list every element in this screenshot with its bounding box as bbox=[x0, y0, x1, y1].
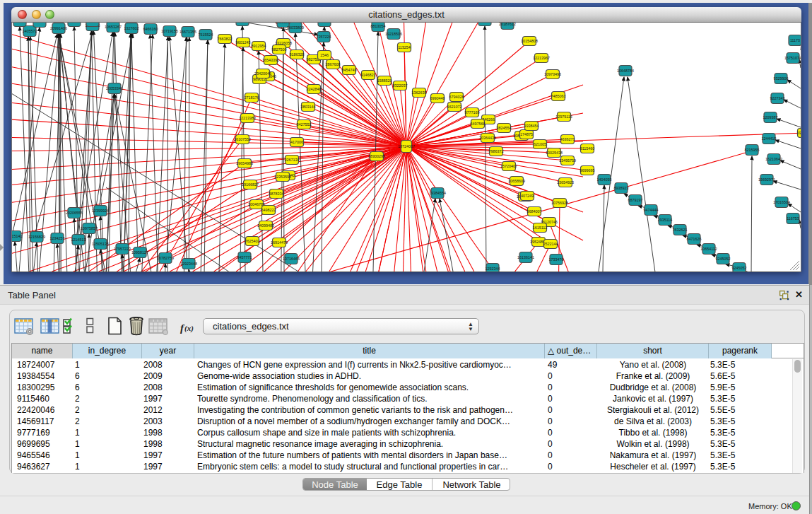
svg-text:5498222: 5498222 bbox=[261, 208, 276, 212]
svg-text:9329906: 9329906 bbox=[774, 76, 789, 81]
svg-text:14099489: 14099489 bbox=[257, 223, 274, 228]
svg-text:10973493: 10973493 bbox=[544, 72, 561, 76]
svg-text:18300295: 18300295 bbox=[368, 154, 385, 158]
svg-text:116753: 116753 bbox=[787, 216, 799, 221]
svg-text:1362635: 1362635 bbox=[412, 90, 427, 95]
svg-text:12975115: 12975115 bbox=[555, 115, 572, 119]
svg-text:8813054: 8813054 bbox=[371, 24, 386, 28]
svg-text:8427552: 8427552 bbox=[297, 122, 312, 127]
svg-text:2718176: 2718176 bbox=[245, 95, 259, 100]
svg-text:1615112: 1615112 bbox=[533, 226, 548, 230]
svg-text:10756928: 10756928 bbox=[551, 201, 568, 205]
svg-text:(x): (x) bbox=[184, 324, 194, 333]
svg-text:7515524: 7515524 bbox=[199, 33, 213, 37]
svg-text:19218506: 19218506 bbox=[385, 32, 402, 36]
svg-text:20364436: 20364436 bbox=[479, 136, 496, 140]
svg-text:7625402: 7625402 bbox=[245, 239, 260, 243]
svg-text:10975857: 10975857 bbox=[81, 226, 98, 230]
svg-text:7986372: 7986372 bbox=[489, 149, 504, 153]
svg-text:2803144: 2803144 bbox=[301, 105, 316, 109]
svg-text:1938454: 1938454 bbox=[524, 124, 539, 128]
svg-text:7632621: 7632621 bbox=[673, 228, 688, 232]
svg-text:9827500: 9827500 bbox=[272, 47, 287, 52]
svg-text:23420046: 23420046 bbox=[254, 71, 271, 76]
svg-text:1327602: 1327602 bbox=[124, 26, 139, 30]
svg-text:1621072: 1621072 bbox=[447, 105, 462, 109]
svg-text:8454749: 8454749 bbox=[342, 68, 357, 72]
svg-text:20991406: 20991406 bbox=[50, 26, 67, 30]
svg-text:13495759: 13495759 bbox=[559, 158, 576, 163]
svg-text:1546: 1546 bbox=[320, 53, 329, 57]
svg-text:9684007: 9684007 bbox=[527, 209, 542, 214]
svg-text:17957223: 17957223 bbox=[114, 247, 131, 251]
svg-text:8938923: 8938923 bbox=[614, 186, 629, 190]
svg-text:7357224: 7357224 bbox=[317, 35, 331, 39]
svg-text:16033809: 16033809 bbox=[287, 25, 304, 30]
svg-text:6990448: 6990448 bbox=[430, 96, 445, 100]
svg-text:2867608: 2867608 bbox=[326, 62, 341, 66]
svg-text:10658609: 10658609 bbox=[508, 179, 525, 183]
svg-text:20053341: 20053341 bbox=[106, 86, 123, 90]
svg-text:16210643: 16210643 bbox=[765, 157, 782, 161]
svg-text:407249: 407249 bbox=[521, 194, 534, 198]
svg-text:3267130: 3267130 bbox=[285, 158, 300, 162]
svg-text:9777169: 9777169 bbox=[465, 110, 480, 115]
svg-text:2935114: 2935114 bbox=[658, 218, 673, 222]
svg-text:417006: 417006 bbox=[290, 140, 303, 144]
svg-text:8215955: 8215955 bbox=[745, 148, 760, 152]
svg-text:16914479: 16914479 bbox=[271, 240, 288, 245]
svg-text:20206555: 20206555 bbox=[66, 211, 83, 215]
svg-text:13654923: 13654923 bbox=[557, 180, 574, 185]
svg-text:15692971: 15692971 bbox=[758, 177, 775, 182]
svg-text:1209387: 1209387 bbox=[763, 115, 778, 119]
svg-text:9474444: 9474444 bbox=[644, 208, 659, 212]
svg-text:12213383: 12213383 bbox=[239, 116, 256, 120]
svg-text:15751074: 15751074 bbox=[784, 56, 801, 60]
svg-text:8322037: 8322037 bbox=[393, 83, 408, 88]
svg-text:9457771: 9457771 bbox=[237, 255, 252, 259]
svg-text:18724007: 18724007 bbox=[398, 144, 415, 148]
svg-text:1588520: 1588520 bbox=[377, 78, 392, 83]
svg-text:10154808: 10154808 bbox=[521, 39, 538, 43]
svg-text:9227343: 9227343 bbox=[770, 96, 785, 100]
svg-text:10654112: 10654112 bbox=[700, 247, 717, 251]
svg-text:1405572: 1405572 bbox=[23, 29, 37, 33]
svg-text:3242848: 3242848 bbox=[307, 87, 322, 91]
svg-text:9699695: 9699695 bbox=[580, 168, 595, 173]
svg-text:8186328: 8186328 bbox=[290, 52, 305, 57]
svg-text:9245052: 9245052 bbox=[716, 257, 731, 261]
svg-text:9601245: 9601245 bbox=[236, 40, 251, 45]
svg-text:1404095: 1404095 bbox=[597, 177, 612, 182]
svg-text:16543392: 16543392 bbox=[262, 58, 279, 62]
svg-text:6466160: 6466160 bbox=[143, 27, 158, 31]
svg-text:20187612: 20187612 bbox=[499, 23, 516, 26]
svg-text:7485063: 7485063 bbox=[551, 94, 566, 98]
svg-text:13716465: 13716465 bbox=[283, 257, 300, 261]
svg-text:621005: 621005 bbox=[534, 142, 546, 146]
svg-text:3824554: 3824554 bbox=[497, 126, 512, 130]
svg-text:3915141: 3915141 bbox=[12, 234, 23, 238]
svg-text:16671355: 16671355 bbox=[180, 30, 196, 34]
svg-text:6879197: 6879197 bbox=[628, 198, 643, 202]
svg-text:12923448: 12923448 bbox=[180, 262, 197, 266]
svg-text:12213967: 12213967 bbox=[533, 56, 550, 60]
svg-text:19166827: 19166827 bbox=[242, 182, 259, 187]
svg-text:10958127: 10958127 bbox=[131, 250, 148, 255]
svg-text:113254: 113254 bbox=[398, 45, 411, 49]
svg-text:174875: 174875 bbox=[520, 132, 533, 136]
svg-text:8912954: 8912954 bbox=[252, 44, 266, 48]
svg-text:10653267: 10653267 bbox=[105, 25, 122, 29]
svg-text:7663822: 7663822 bbox=[218, 37, 233, 41]
svg-text:1292344: 1292344 bbox=[486, 267, 500, 271]
svg-text:16782759: 16782759 bbox=[157, 256, 174, 260]
svg-text:9115460: 9115460 bbox=[580, 146, 595, 151]
svg-text:12353594: 12353594 bbox=[274, 175, 291, 179]
svg-text:10025438: 10025438 bbox=[546, 151, 563, 155]
svg-text:9245052: 9245052 bbox=[732, 266, 747, 270]
svg-text:16107552: 16107552 bbox=[234, 137, 251, 141]
svg-text:11173: 11173 bbox=[790, 38, 800, 42]
svg-text:12505135: 12505135 bbox=[92, 242, 109, 246]
svg-text:12399924: 12399924 bbox=[92, 209, 109, 213]
svg-text:10719155: 10719155 bbox=[161, 29, 178, 33]
svg-text:17016504: 17016504 bbox=[773, 200, 790, 204]
